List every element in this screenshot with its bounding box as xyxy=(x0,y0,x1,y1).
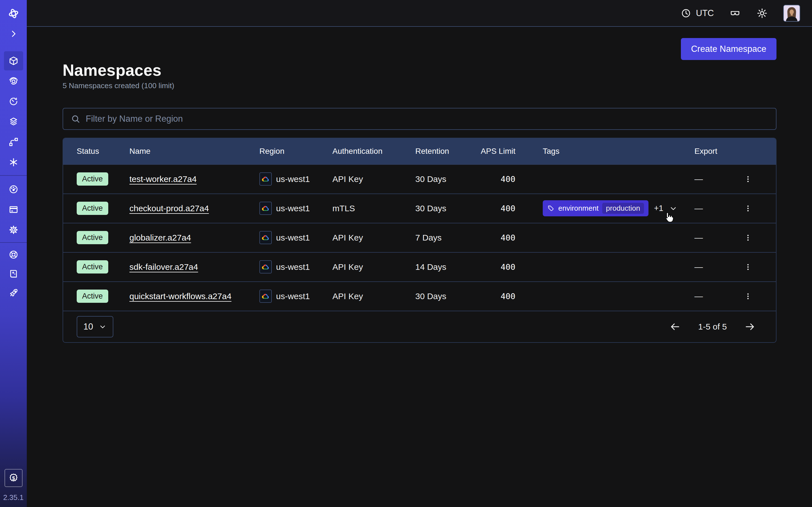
labs-toggle[interactable] xyxy=(729,7,741,19)
sidebar-item-monitor[interactable] xyxy=(0,71,27,91)
page-title: Namespaces xyxy=(63,61,776,80)
active-item-highlight xyxy=(4,51,23,70)
retention-value: 30 Days xyxy=(415,204,479,213)
row-menu-kebab-icon[interactable] xyxy=(742,290,754,302)
gcp-cloud-icon xyxy=(259,202,272,215)
region-label: us-west1 xyxy=(276,204,310,213)
billing-card-icon xyxy=(8,204,19,215)
row-menu-kebab-icon[interactable] xyxy=(742,232,754,244)
pagination-range-label: 1-5 of 5 xyxy=(698,322,727,332)
tag-key: environment xyxy=(558,204,599,213)
sidebar-item-batch[interactable] xyxy=(0,152,27,172)
sidebar-item-namespaces[interactable] xyxy=(0,51,27,71)
export-value: — xyxy=(695,262,703,272)
namespace-link[interactable]: quickstart-workflows.a27a4 xyxy=(130,291,232,301)
column-header-export: Export xyxy=(695,147,776,156)
layers-icon xyxy=(8,116,19,127)
region-label: us-west1 xyxy=(276,262,310,272)
tags-expand-chevron-icon[interactable] xyxy=(669,204,677,213)
namespace-link[interactable]: test-worker.a27a4 xyxy=(130,174,197,184)
aps-value: 400 xyxy=(479,262,543,272)
version-label: 2.35.1 xyxy=(3,493,23,507)
export-value: — xyxy=(695,174,703,184)
sidebar-item-usage[interactable] xyxy=(0,179,27,200)
clock-icon xyxy=(680,8,691,18)
auth-value: API Key xyxy=(333,174,415,184)
retention-value: 7 Days xyxy=(415,233,479,242)
life-ring-icon xyxy=(8,249,19,260)
sidebar-item-nexus[interactable] xyxy=(0,132,27,152)
tags-more-count: +1 xyxy=(654,204,663,213)
create-namespace-button[interactable]: Create Namespace xyxy=(681,38,776,60)
gcp-cloud-icon xyxy=(259,231,272,244)
retention-value: 14 Days xyxy=(415,262,479,272)
table-row: Active sdk-failover.a27a4 xyxy=(63,252,776,281)
sidebar-item-docs[interactable] xyxy=(0,264,27,283)
sun-icon xyxy=(756,7,768,19)
previous-page-arrow-icon[interactable] xyxy=(669,321,680,332)
next-page-arrow-icon[interactable] xyxy=(744,321,756,332)
tags-cell: environment production +1 xyxy=(543,200,695,216)
sidebar-divider xyxy=(0,175,27,176)
aps-value: 400 xyxy=(479,174,543,184)
search-icon xyxy=(70,114,81,124)
rocket-icon xyxy=(8,288,19,298)
column-header-status: Status xyxy=(63,147,130,156)
timezone-selector[interactable]: UTC xyxy=(680,8,714,18)
filter-input[interactable] xyxy=(86,114,769,124)
timezone-label: UTC xyxy=(696,8,714,18)
sidebar-divider xyxy=(0,242,27,243)
gcp-cloud-icon xyxy=(259,260,272,274)
auth-value: API Key xyxy=(333,291,415,301)
column-header-name: Name xyxy=(130,147,259,156)
retention-value: 30 Days xyxy=(415,174,479,184)
auth-value: mTLS xyxy=(333,204,415,213)
sidebar-item-deployments[interactable] xyxy=(0,112,27,132)
namespace-link[interactable]: checkout-prod.a27a4 xyxy=(130,204,209,213)
page-size-value: 10 xyxy=(84,322,93,332)
sidebar-item-getting-started[interactable] xyxy=(0,283,27,302)
sidebar-expand-chevron-icon[interactable] xyxy=(0,24,27,44)
status-badge: Active xyxy=(77,172,108,186)
sidebar-item-schedules[interactable] xyxy=(0,91,27,112)
gauge-icon xyxy=(8,184,19,194)
tag-badge[interactable]: environment production xyxy=(543,200,649,216)
credits-button[interactable]: $ xyxy=(4,469,22,487)
page-size-select[interactable]: 10 xyxy=(77,316,113,337)
table-row: Active test-worker.a27a4 xyxy=(63,164,776,193)
column-header-tags: Tags xyxy=(543,147,695,156)
theme-toggle[interactable] xyxy=(756,7,768,19)
region-label: us-west1 xyxy=(276,233,310,242)
target-icon xyxy=(8,76,19,87)
sidebar-item-settings[interactable] xyxy=(0,220,27,240)
namespace-link[interactable]: sdk-failover.a27a4 xyxy=(130,262,198,272)
status-badge: Active xyxy=(77,231,108,244)
sidebar-item-support[interactable] xyxy=(0,245,27,264)
pagination-controls: 1-5 of 5 xyxy=(669,321,756,332)
table-row: Active checkout-prod.a27a4 xyxy=(63,193,776,223)
namespaces-table: Status Name Region Authentication Retent… xyxy=(63,138,776,343)
gcp-cloud-icon xyxy=(259,172,272,186)
export-value: — xyxy=(695,291,703,301)
topbar: UTC xyxy=(27,0,812,27)
main-content: Namespaces 5 Namespaces created (100 lim… xyxy=(27,27,812,507)
row-menu-kebab-icon[interactable] xyxy=(742,203,754,214)
namespace-link[interactable]: globalizer.a27a4 xyxy=(130,233,191,242)
filter-bar xyxy=(63,108,776,130)
export-value: — xyxy=(695,204,703,213)
aps-value: 400 xyxy=(479,204,543,213)
gcp-cloud-icon xyxy=(259,290,272,303)
sidebar-item-billing[interactable] xyxy=(0,200,27,220)
avatar[interactable] xyxy=(783,5,800,22)
glasses-icon xyxy=(729,7,741,19)
sidebar: $ 2.35.1 xyxy=(0,0,27,507)
timer-icon xyxy=(8,96,19,107)
row-menu-kebab-icon[interactable] xyxy=(742,173,754,185)
row-menu-kebab-icon[interactable] xyxy=(742,261,754,273)
region-label: us-west1 xyxy=(276,291,310,301)
temporal-logo[interactable] xyxy=(0,3,27,24)
auth-value: API Key xyxy=(333,262,415,272)
tag-value: production xyxy=(602,203,644,214)
auth-value: API Key xyxy=(333,233,415,242)
tag-icon xyxy=(547,205,555,212)
